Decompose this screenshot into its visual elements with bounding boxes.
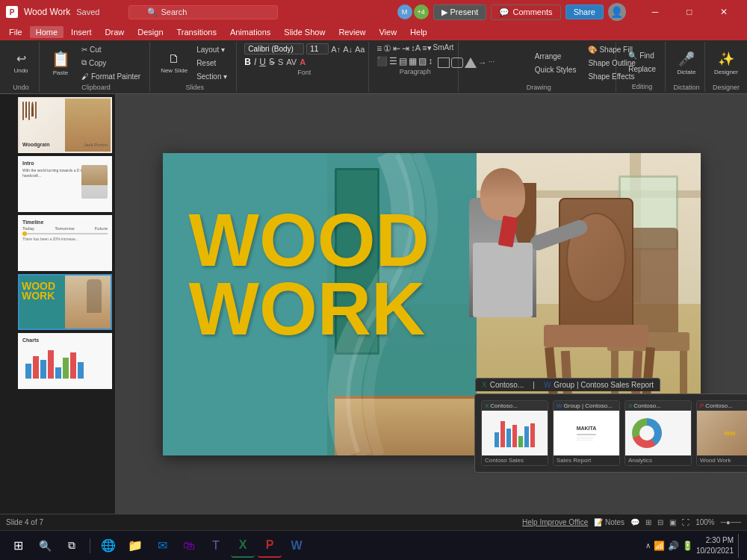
taskbar-excel[interactable]: X	[231, 534, 255, 558]
present-btn[interactable]: ▶ Present	[433, 4, 487, 20]
font-color-btn[interactable]: A	[300, 57, 306, 66]
shadow-btn[interactable]: S	[278, 57, 283, 66]
comments-btn[interactable]: 💬 Comments	[491, 4, 560, 20]
copy-btn[interactable]: ⧉ Copy	[77, 57, 145, 69]
view-presentation[interactable]: ⛶	[682, 518, 689, 526]
volume-icon[interactable]: 🔊	[668, 541, 679, 551]
new-slide-btn[interactable]: 🗋 New Slide	[158, 43, 190, 82]
replace-btn[interactable]: Replace	[624, 63, 660, 75]
task-view-btn[interactable]: ⧉	[60, 534, 84, 558]
menu-item-animations[interactable]: Animations	[224, 26, 276, 38]
align-right-btn[interactable]: ▤	[399, 56, 407, 66]
menu-item-help[interactable]: Help	[404, 26, 433, 38]
popup-thumb-4[interactable]: P Contoso... WW Wood Work	[696, 400, 747, 466]
slide-thumb-1[interactable]: Woodgrain Jack Purton	[18, 97, 112, 153]
slide-thumb-3[interactable]: Timeline Today Tomorrow Future There has…	[18, 215, 112, 271]
user-avatar[interactable]: 👤	[608, 3, 626, 21]
char-spacing-btn[interactable]: AV	[286, 57, 297, 66]
shape-tri[interactable]	[465, 57, 477, 68]
help-improve[interactable]: Help Improve Office	[522, 518, 588, 526]
italic-btn[interactable]: I	[254, 57, 256, 67]
menu-item-insert[interactable]: Insert	[65, 26, 98, 38]
find-btn[interactable]: 🔍 Find	[624, 50, 660, 62]
section-btn[interactable]: Section ▾	[192, 70, 232, 82]
zoom-slider[interactable]: ─●──	[721, 518, 741, 526]
slide-thumb-5[interactable]: Charts	[18, 333, 112, 389]
close-btn[interactable]: ✕	[707, 0, 741, 24]
view-normal-btn[interactable]: ⊞	[645, 518, 651, 526]
indent-dec-btn[interactable]: ⇤	[393, 43, 400, 54]
text-direction-btn[interactable]: ↕A	[411, 43, 421, 54]
menu-item-review[interactable]: Review	[332, 26, 371, 38]
taskbar-explorer[interactable]: 📁	[123, 534, 147, 558]
taskbar-teams[interactable]: T	[204, 534, 228, 558]
share-btn[interactable]: Share	[565, 4, 604, 19]
align-text-btn[interactable]: ≡▾	[422, 43, 431, 54]
bold-btn[interactable]: B	[244, 57, 251, 67]
font-size-input[interactable]	[306, 43, 329, 55]
font-family-input[interactable]	[244, 43, 304, 55]
maximize-btn[interactable]: □	[672, 0, 707, 24]
strikethrough-btn[interactable]: S̶	[269, 57, 275, 67]
view-slide-sorter[interactable]: ⊟	[657, 518, 663, 526]
format-painter-btn[interactable]: 🖌 Format Painter	[77, 70, 145, 82]
align-left-btn[interactable]: ⬛	[376, 56, 388, 66]
shape-more[interactable]: ···	[489, 57, 495, 68]
menu-item-file[interactable]: File	[3, 26, 28, 38]
shape-rect[interactable]	[438, 57, 450, 68]
arrange-btn[interactable]: Arrange	[530, 50, 581, 62]
reset-btn[interactable]: Reset	[192, 57, 232, 69]
minimize-btn[interactable]: ─	[638, 0, 672, 24]
taskbar-store[interactable]: 🛍	[177, 534, 201, 558]
notes-btn[interactable]: 📝 Notes	[594, 518, 624, 526]
slide-thumb-2[interactable]: Intro With the world turning towards a D…	[18, 156, 112, 212]
line-spacing-btn[interactable]: ↕	[428, 56, 433, 66]
taskbar-mail[interactable]: ✉	[150, 534, 174, 558]
quick-styles-btn[interactable]: Quick Styles	[530, 63, 581, 75]
cut-btn[interactable]: ✂ Cut	[77, 43, 145, 55]
bullets-btn[interactable]: ≡	[376, 43, 382, 54]
taskbar-edge[interactable]: 🌐	[96, 534, 120, 558]
clear-format-icon[interactable]: Aa	[355, 45, 365, 54]
dictate-btn[interactable]: 🎤 Dictate	[673, 43, 700, 82]
col-btn[interactable]: ▨	[418, 56, 427, 66]
menu-item-view[interactable]: View	[373, 26, 403, 38]
menu-item-slideshow[interactable]: Slide Show	[278, 26, 331, 38]
view-reading[interactable]: ▣	[669, 518, 676, 526]
word-taskbar-icon: W	[291, 539, 302, 553]
show-desktop-btn[interactable]	[738, 534, 741, 558]
popup-thumb-3[interactable]: X Contoso... Analytics	[624, 400, 692, 466]
taskbar-word[interactable]: W	[285, 534, 309, 558]
new-slide-icon: 🗋	[168, 52, 180, 66]
tray-chevron[interactable]: ∧	[645, 541, 651, 550]
clock[interactable]: 2:30 PM 10/20/2021	[696, 535, 734, 556]
layout-btn[interactable]: Layout ▾	[192, 43, 232, 55]
underline-btn[interactable]: U	[259, 57, 266, 67]
popup-thumb-1[interactable]: X Contoso... Contoso Sales	[481, 400, 548, 466]
indent-inc-btn[interactable]: ⇥	[402, 43, 409, 54]
taskbar-powerpoint[interactable]: P	[258, 534, 282, 558]
comments-status-btn[interactable]: 💬	[630, 518, 639, 526]
search-taskbar-btn[interactable]: 🔍	[33, 534, 57, 558]
menu-item-transitions[interactable]: Transitions	[171, 26, 223, 38]
font-shrink-icon[interactable]: A↓	[343, 45, 353, 54]
font-grow-icon[interactable]: A↑	[331, 45, 341, 54]
undo-btn[interactable]: ↩ Undo	[7, 43, 34, 82]
shape-round[interactable]	[451, 57, 463, 68]
menu-item-home[interactable]: Home	[30, 26, 63, 38]
paste-btn[interactable]: 📋 Paste	[47, 43, 74, 82]
shape-arrow[interactable]: →	[478, 57, 487, 68]
numbering-btn[interactable]: ①	[383, 43, 391, 54]
battery-icon[interactable]: 🔋	[682, 541, 693, 551]
start-btn[interactable]: ⊞	[6, 534, 30, 558]
align-center-btn[interactable]: ☰	[389, 56, 397, 66]
title-search[interactable]: 🔍 Search	[128, 5, 278, 19]
menu-item-design[interactable]: Design	[131, 26, 169, 38]
network-icon[interactable]: 📶	[654, 541, 665, 551]
popup-thumb-2[interactable]: W Group | Contoso... MAKITA Sales Report	[553, 400, 620, 466]
slide-thumb-4[interactable]: WOODWORK	[18, 274, 112, 330]
justify-btn[interactable]: ▦	[409, 56, 417, 66]
menu-item-draw[interactable]: Draw	[99, 26, 131, 38]
saved-status: Saved	[76, 7, 99, 16]
designer-btn[interactable]: ✨ Designer	[713, 43, 740, 82]
